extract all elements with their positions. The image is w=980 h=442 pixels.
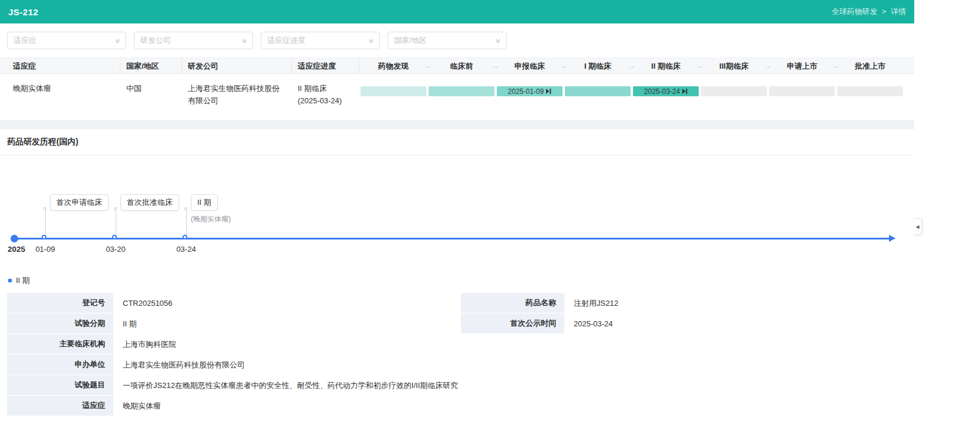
milestone-dot <box>42 235 46 239</box>
stage-cell-phase2: 2025-03-24 <box>632 82 700 107</box>
detail-row: 登记号 CTR20251056 药品名称 注射用JS212 <box>7 293 907 313</box>
filter-country-placeholder: 国家/地区 <box>394 35 427 46</box>
pipeline-table: 适应症 国家/地区 研发公司 适应症进度 药物发现→ 临床前→ 申报临床→ I … <box>0 58 914 120</box>
stage-progress-bar-dated[interactable]: 2025-01-09 <box>497 86 563 96</box>
breadcrumb-current: 详情 <box>891 7 906 16</box>
col-header-company: 研发公司 <box>182 58 292 74</box>
collapse-left-icon: ◀ <box>915 224 919 230</box>
milestone-date: 01-09 <box>32 245 58 254</box>
stage-cell-phase3 <box>700 82 768 107</box>
history-section-title: 药品研发历程(国内) <box>0 129 914 156</box>
detail-row: 申办单位 上海君实生物医药科技股份有限公司 <box>7 355 907 375</box>
stage-progress-bar <box>429 86 494 96</box>
detail-label: 适应症 <box>7 396 113 416</box>
phase-label: II 期 <box>16 275 30 286</box>
detail-gap <box>454 293 461 313</box>
milestone-stem <box>186 210 187 238</box>
filter-indication[interactable]: 适应症 ∨ <box>7 32 126 49</box>
top-bar: JS-212 全球药物研发 > 详情 <box>0 0 914 23</box>
stage-cell-nda <box>768 82 836 107</box>
cell-progress-stage: II 期临床 <box>298 82 353 95</box>
timeline-arrow-icon <box>889 235 895 242</box>
stage-cell-discovery <box>359 82 427 107</box>
stage-progress-bar <box>837 86 903 96</box>
app-window: JS-212 全球药物研发 > 详情 适应症 ∨ 研发公司 ∨ 适应症进度 ∨ … <box>0 0 914 416</box>
detail-gap <box>454 313 461 334</box>
cell-company: 上海君实生物医药科技股份有限公司 <box>182 82 292 107</box>
stage-progress-bar-dated[interactable]: 2025-03-24 <box>633 86 699 96</box>
stage-cell-phase1 <box>564 82 632 107</box>
milestone-date: 03-24 <box>173 245 199 254</box>
timeline-start-dot <box>11 235 18 242</box>
stage-progress-bar <box>565 86 631 96</box>
breadcrumb-link[interactable]: 全球药物研发 <box>831 7 877 16</box>
col-header-country: 国家/地区 <box>120 58 182 74</box>
stage-header-approved: 批准上市 <box>836 58 904 74</box>
development-timeline: 2025 首次申请临床 01-09 首次批准临床 03-20 II 期 <box>0 156 914 267</box>
filter-company-placeholder: 研发公司 <box>140 35 171 46</box>
cell-progress-date: (2025-03-24) <box>298 95 353 107</box>
phase-bullet-row: II 期 <box>0 267 914 293</box>
filter-country[interactable]: 国家/地区 ∨ <box>388 32 507 49</box>
milestone-note: (晚期实体瘤) <box>191 214 231 224</box>
chevron-down-icon: ∨ <box>368 37 374 45</box>
detail-value: II 期 <box>113 313 454 334</box>
detail-label: 首次公示时间 <box>461 313 564 334</box>
stage-header-phase3: III期临床→ <box>700 58 768 74</box>
fast-forward-icon <box>682 89 688 94</box>
chevron-down-icon: ∨ <box>494 37 501 45</box>
filter-bar: 适应症 ∨ 研发公司 ∨ 适应症进度 ∨ 国家/地区 ∨ <box>0 23 914 55</box>
stage-date: 2025-03-24 <box>644 87 680 96</box>
page: JS-212 全球药物研发 > 详情 适应症 ∨ 研发公司 ∨ 适应症进度 ∨ … <box>0 0 980 442</box>
breadcrumb-separator: > <box>882 7 887 16</box>
pipeline-table-header: 适应症 国家/地区 研发公司 适应症进度 药物发现→ 临床前→ 申报临床→ I … <box>0 58 914 74</box>
milestone-dot <box>183 235 187 239</box>
stage-cell-ind-filed: 2025-01-09 <box>496 82 564 107</box>
milestone-date: 03-20 <box>103 245 129 254</box>
stage-header-phase1: I 期临床→ <box>564 58 632 74</box>
chevron-down-icon: ∨ <box>241 37 247 45</box>
timeline-year-label: 2025 <box>8 245 25 254</box>
bullet-square-icon <box>8 279 12 282</box>
detail-label: 登记号 <box>7 293 113 313</box>
milestone-dot <box>112 235 117 239</box>
stage-header-ind-filed: 申报临床→ <box>496 58 564 74</box>
stage-header-nda: 申请上市→ <box>768 58 836 74</box>
stage-progress-bar <box>769 86 835 96</box>
fast-forward-icon <box>546 89 551 94</box>
detail-label: 申办单位 <box>7 355 113 375</box>
detail-value: 上海市胸科医院 <box>113 334 907 355</box>
stage-header-discovery: 药物发现→ <box>359 58 427 74</box>
breadcrumb: 全球药物研发 > 详情 <box>831 6 906 17</box>
detail-label: 试验题目 <box>7 375 113 396</box>
filter-indication-placeholder: 适应症 <box>14 35 36 46</box>
stage-cell-approved <box>836 82 904 107</box>
col-header-progress: 适应症进度 <box>292 58 359 74</box>
stage-date: 2025-01-09 <box>508 87 544 96</box>
detail-label: 药品名称 <box>461 293 564 313</box>
stage-header-preclinical: 临床前→ <box>427 58 496 74</box>
chevron-down-icon: ∨ <box>114 37 120 45</box>
detail-label: 试验分期 <box>7 313 113 334</box>
trial-detail-table: 登记号 CTR20251056 药品名称 注射用JS212 试验分期 II 期 … <box>7 293 907 416</box>
detail-value: 上海君实生物医药科技股份有限公司 <box>113 355 907 375</box>
detail-row: 试验分期 II 期 首次公示时间 2025-03-24 <box>7 313 907 334</box>
milestone-label: 首次批准临床 <box>120 194 179 211</box>
stage-progress-bar <box>361 86 426 96</box>
stage-progress-bar <box>701 86 767 96</box>
page-title: JS-212 <box>8 7 38 17</box>
filter-progress-placeholder: 适应症进度 <box>267 35 305 46</box>
section-divider <box>0 120 914 129</box>
detail-row: 适应症 晚期实体瘤 <box>7 396 907 416</box>
detail-value: 一项评价JS212在晚期恶性实体瘤患者中的安全性、耐受性、药代动力学和初步疗效的… <box>113 375 907 396</box>
timeline-axis <box>15 238 890 239</box>
cell-country: 中国 <box>120 82 182 107</box>
filter-company[interactable]: 研发公司 ∨ <box>134 32 253 49</box>
stage-header-phase2: II 期临床→ <box>632 58 700 74</box>
cell-indication: 晚期实体瘤 <box>7 82 120 107</box>
table-row: 晚期实体瘤 中国 上海君实生物医药科技股份有限公司 II 期临床 (2025-0… <box>0 74 914 120</box>
milestone-stem <box>116 210 116 238</box>
filter-progress[interactable]: 适应症进度 ∨ <box>261 32 380 49</box>
collapse-panel-button[interactable]: ◀ <box>914 218 922 235</box>
detail-value: 注射用JS212 <box>564 293 907 313</box>
